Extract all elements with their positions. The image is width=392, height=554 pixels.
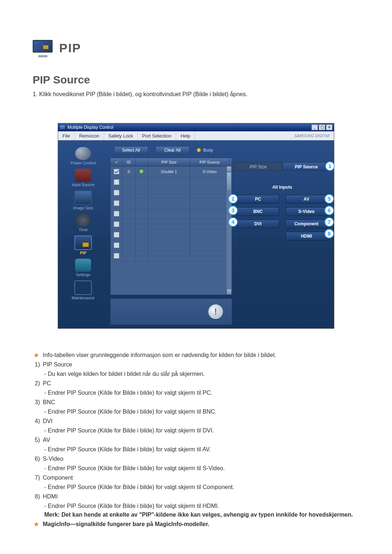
- table-row[interactable]: [111, 219, 232, 230]
- input-source-icon: [75, 169, 91, 182]
- row-checkbox[interactable]: [114, 232, 119, 238]
- status-dot-icon: [139, 169, 144, 174]
- row-checkbox[interactable]: [114, 200, 119, 206]
- list-number: 3): [33, 399, 40, 406]
- sidebar-item-settings[interactable]: Settings: [60, 259, 106, 280]
- alert-icon: !: [208, 304, 223, 319]
- table-row[interactable]: [111, 230, 232, 240]
- callout-badge-1: 1: [325, 161, 335, 171]
- table-row[interactable]: [111, 198, 232, 209]
- col-pip-source-header[interactable]: PIP Source: [190, 158, 229, 166]
- row-checkbox[interactable]: [114, 242, 119, 248]
- row-pip-size: Double 1: [148, 167, 190, 177]
- table-row[interactable]: [111, 177, 232, 188]
- table-row[interactable]: 0 Double 1 S-Video: [111, 167, 232, 177]
- scroll-down-button[interactable]: [226, 289, 232, 295]
- titlebar: Multiple Display Control _ ▢ ✕: [58, 123, 334, 131]
- minimize-button[interactable]: _: [311, 124, 318, 130]
- tab-pip-size[interactable]: PIP Size: [234, 162, 282, 171]
- list-desc: - Endrer PIP Source (Kilde for Bilde i b…: [44, 465, 359, 472]
- busy-label: Busy: [203, 148, 213, 153]
- intro-line: 1. Klikk hovedikonet PIP (Bilde i bildet…: [33, 91, 359, 98]
- sidebar-item-label: Power Control: [70, 161, 96, 165]
- sidebar-item-label: Image Size: [73, 206, 93, 210]
- col-id-header[interactable]: ID: [123, 158, 135, 166]
- col-check-header[interactable]: ✓: [111, 158, 123, 166]
- sidebar-item-label: Settings: [76, 272, 90, 277]
- list-number: 5): [33, 437, 40, 443]
- center-panel: Select All Clear All Busy ✓ ID PIP Size …: [108, 140, 234, 328]
- row-checkbox[interactable]: [114, 211, 119, 217]
- all-inputs-title: All Inputs: [237, 185, 327, 190]
- sidebar-item-power[interactable]: Power Control: [60, 147, 106, 168]
- restore-button[interactable]: ▢: [319, 124, 325, 130]
- col-pip-size-header[interactable]: PIP Size: [148, 158, 190, 166]
- row-checkbox[interactable]: [114, 179, 119, 185]
- menu-port-selection[interactable]: Port Selection: [138, 132, 176, 140]
- section-title: PIP Source: [33, 74, 359, 86]
- display-table: ✓ ID PIP Size PIP Source 0 Double 1 S-Vi…: [110, 158, 232, 295]
- clear-all-button[interactable]: Clear All: [155, 146, 189, 154]
- callout-badge-4: 4: [228, 217, 238, 227]
- list-number: 7): [33, 475, 40, 481]
- menubar: File Remocon Safety Lock Port Selection …: [58, 131, 334, 140]
- col-status-header[interactable]: [135, 158, 148, 166]
- info-star-text: Info-tabellen viser grunnleggende inform…: [43, 352, 276, 358]
- scroll-thumb[interactable]: [226, 172, 232, 191]
- pip-title: PIP: [59, 41, 81, 55]
- sidebar-item-label: Maintenance: [72, 296, 95, 300]
- sidebar-item-input[interactable]: Input Source: [60, 169, 106, 190]
- list-desc: - Endrer PIP Source (Kilde for Bilde i b…: [44, 409, 359, 415]
- callout-badge-8: 8: [324, 229, 334, 238]
- sidebar: Power Control Input Source Image Size Ti…: [58, 140, 108, 328]
- source-bnc-button[interactable]: BNC: [237, 207, 279, 216]
- list-title: DVI: [43, 418, 53, 424]
- close-button[interactable]: ✕: [326, 124, 332, 130]
- right-panel: PIP Size PIP Source 1 All Inputs PC AV B…: [234, 140, 334, 328]
- list-title: BNC: [43, 399, 55, 406]
- row-checkbox[interactable]: [114, 221, 119, 227]
- menu-help[interactable]: Help: [176, 132, 195, 140]
- source-hdmi-button[interactable]: HDMI: [286, 232, 328, 241]
- busy-indicator: Busy: [197, 148, 213, 153]
- menu-safety-lock[interactable]: Safety Lock: [104, 132, 138, 140]
- source-pc-button[interactable]: PC: [237, 195, 279, 204]
- scroll-up-button[interactable]: [226, 166, 232, 172]
- explanation-section: ★ Info-tabellen viser grunnleggende info…: [33, 352, 359, 528]
- sidebar-item-label: Time: [79, 227, 87, 232]
- select-all-button[interactable]: Select All: [114, 146, 148, 154]
- status-footer: !: [110, 299, 232, 325]
- tab-pip-source[interactable]: PIP Source: [282, 162, 331, 171]
- menu-remocon[interactable]: Remocon: [75, 132, 104, 140]
- source-component-button[interactable]: Component: [286, 219, 328, 228]
- table-scrollbar[interactable]: [226, 166, 232, 295]
- list-title: S-Video: [43, 456, 64, 462]
- table-row[interactable]: [111, 209, 232, 219]
- list-title: PIP Source: [43, 361, 72, 368]
- row-checkbox[interactable]: [114, 253, 119, 259]
- table-row[interactable]: [111, 188, 232, 198]
- source-svideo-button[interactable]: S-Video: [286, 207, 328, 216]
- menu-file[interactable]: File: [58, 132, 75, 140]
- source-av-button[interactable]: AV: [286, 195, 328, 204]
- sidebar-item-pip[interactable]: PIP: [60, 235, 106, 258]
- list-desc: - Du kan velge kilden for bildet i bilde…: [44, 371, 359, 377]
- row-checkbox[interactable]: [114, 169, 119, 175]
- list-title: AV: [43, 437, 50, 443]
- table-row[interactable]: [111, 251, 232, 261]
- row-checkbox[interactable]: [114, 190, 119, 196]
- pip-header-icon: [33, 40, 53, 56]
- sidebar-item-time[interactable]: Time: [60, 214, 106, 235]
- sidebar-item-image-size[interactable]: Image Size: [60, 190, 106, 213]
- magicinfo-note: MagicInfo—signalkilde fungerer bare på M…: [43, 521, 209, 528]
- intro-number: 1.: [33, 91, 39, 97]
- sidebar-item-maintenance[interactable]: Maintenance: [60, 280, 106, 303]
- row-pip-source: S-Video: [190, 167, 229, 177]
- table-row[interactable]: [111, 240, 232, 251]
- source-dvi-button[interactable]: DVI: [237, 219, 279, 228]
- sidebar-item-label: Input Source: [72, 182, 94, 187]
- row-id: 0: [123, 167, 135, 177]
- callout-badge-7: 7: [324, 217, 334, 227]
- list-number: 1): [33, 361, 40, 368]
- power-icon: [75, 147, 91, 160]
